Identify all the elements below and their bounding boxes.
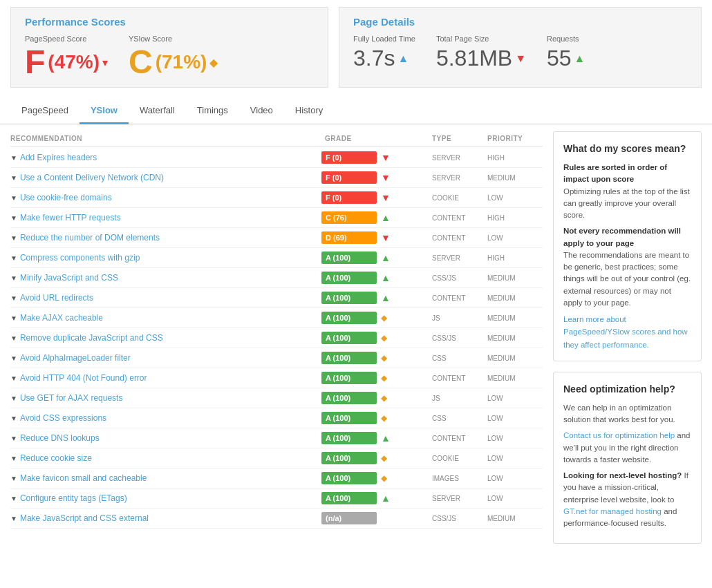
priority-cell: MEDIUM	[487, 374, 543, 382]
rec-link[interactable]: Make AJAX cacheable	[20, 313, 103, 323]
grade-cell: D (69) ▼	[321, 231, 432, 244]
rec-link[interactable]: Reduce cookie size	[20, 453, 92, 463]
expand-icon[interactable]: ▼	[10, 174, 17, 182]
rec-link[interactable]: Avoid HTTP 404 (Not Found) error	[20, 373, 147, 383]
page-details-title: Page Details	[353, 16, 687, 28]
rec-link[interactable]: Make favicon small and cacheable	[20, 473, 147, 483]
grade-cell: F (0) ▼	[321, 151, 432, 164]
rec-link[interactable]: Add Expires headers	[20, 153, 97, 162]
grade-cell: A (100) ▲	[321, 432, 432, 444]
priority-cell: MEDIUM	[487, 294, 543, 302]
recommendations-table: RECOMMENDATION GRADE TYPE PRIORITY ▼ Add…	[10, 131, 543, 554]
grade-bar: F (0)	[321, 191, 377, 204]
tab-history[interactable]: History	[284, 98, 334, 124]
rec-name-cell: ▼ Make favicon small and cacheable	[10, 473, 321, 483]
table-row: ▼ Add Expires headers F (0) ▼ SERVER HIG…	[10, 148, 543, 168]
yslow-value: C	[129, 46, 153, 79]
scores-learn-more-link[interactable]: Learn more about PageSpeed/YSlow scores …	[563, 315, 688, 349]
rec-link[interactable]: Avoid URL redirects	[20, 293, 93, 303]
grade-bar: F (0)	[321, 171, 377, 184]
expand-icon[interactable]: ▼	[10, 495, 17, 502]
rec-link[interactable]: Make JavaScript and CSS external	[20, 513, 149, 523]
grade-diamond-icon: ◆	[381, 313, 387, 323]
expand-icon[interactable]: ▼	[10, 374, 17, 382]
tabs-bar: PageSpeed YSlow Waterfall Timings Video …	[0, 98, 712, 124]
rec-link[interactable]: Use cookie-free domains	[20, 193, 112, 202]
gtnet-link[interactable]: GT.net for managed hosting	[563, 507, 662, 515]
expand-icon[interactable]: ▼	[10, 354, 17, 362]
scores-bold2: Not every recommendation will apply to y…	[563, 227, 681, 247]
grade-cell: A (100) ◆	[321, 392, 432, 404]
yslow-label: YSlow Score	[129, 35, 218, 43]
requests-value: 55	[547, 46, 572, 71]
table-row: ▼ Remove duplicate JavaScript and CSS A …	[10, 328, 543, 348]
th-type: TYPE	[432, 135, 487, 142]
expand-icon[interactable]: ▼	[10, 294, 17, 302]
tab-pagespeed[interactable]: PageSpeed	[10, 98, 79, 124]
tab-waterfall[interactable]: Waterfall	[129, 98, 186, 124]
expand-icon[interactable]: ▼	[10, 455, 17, 462]
grade-diamond-icon: ◆	[381, 353, 387, 363]
pagespeed-pct: (47%)	[48, 51, 100, 73]
rec-link[interactable]: Minify JavaScript and CSS	[20, 273, 118, 283]
grade-diamond-icon: ◆	[381, 413, 387, 423]
rec-link[interactable]: Use GET for AJAX requests	[20, 393, 123, 403]
table-row: ▼ Make AJAX cacheable A (100) ◆ JS MEDIU…	[10, 308, 543, 328]
expand-icon[interactable]: ▼	[10, 314, 17, 322]
type-cell: SERVER	[432, 154, 487, 162]
type-cell: CONTENT	[432, 435, 487, 442]
expand-icon[interactable]: ▼	[10, 475, 17, 482]
grade-cell: A (100) ◆	[321, 312, 432, 324]
expand-icon[interactable]: ▼	[10, 234, 17, 242]
grade-arrow-up-icon: ▲	[381, 292, 391, 303]
table-header-row: RECOMMENDATION GRADE TYPE PRIORITY	[10, 131, 543, 146]
expand-icon[interactable]: ▼	[10, 194, 17, 202]
grade-arrow-down-icon: ▼	[381, 152, 391, 163]
size-label: Total Page Size	[436, 35, 526, 43]
loaded-arrow-icon: ▲	[397, 53, 409, 65]
expand-icon[interactable]: ▼	[10, 274, 17, 282]
grade-diamond-icon: ◆	[381, 473, 387, 483]
rec-name-cell: ▼ Reduce DNS lookups	[10, 433, 321, 443]
th-grade: GRADE	[321, 135, 432, 142]
expand-icon[interactable]: ▼	[10, 214, 17, 222]
expand-icon[interactable]: ▼	[10, 154, 17, 162]
expand-icon[interactable]: ▼	[10, 254, 17, 262]
grade-arrow-up-icon: ▲	[381, 212, 391, 223]
rec-link[interactable]: Avoid AlphaImageLoader filter	[20, 353, 131, 363]
pagespeed-arrow-icon[interactable]: ▾	[102, 56, 108, 69]
priority-cell: LOW	[487, 395, 543, 402]
type-cell: SERVER	[432, 254, 487, 262]
rec-link[interactable]: Avoid CSS expressions	[20, 413, 106, 423]
rec-link[interactable]: Compress components with gzip	[20, 253, 140, 263]
rec-link[interactable]: Remove duplicate JavaScript and CSS	[20, 333, 163, 343]
perf-scores-title: Performance Scores	[25, 16, 314, 28]
rec-link[interactable]: Configure entity tags (ETags)	[20, 493, 127, 503]
tab-timings[interactable]: Timings	[186, 98, 239, 124]
grade-arrow-down-icon: ▼	[381, 232, 391, 243]
grade-arrow-up-icon: ▲	[381, 493, 391, 504]
priority-cell: LOW	[487, 475, 543, 482]
type-cell: CSS/JS	[432, 274, 487, 282]
expand-icon[interactable]: ▼	[10, 415, 17, 422]
expand-icon[interactable]: ▼	[10, 334, 17, 342]
table-row: ▼ Use a Content Delivery Network (CDN) F…	[10, 168, 543, 188]
rec-link[interactable]: Reduce the number of DOM elements	[20, 233, 160, 243]
rec-name-cell: ▼ Avoid CSS expressions	[10, 413, 321, 423]
rec-link[interactable]: Use a Content Delivery Network (CDN)	[20, 173, 164, 182]
rec-link[interactable]: Make fewer HTTP requests	[20, 213, 121, 222]
expand-icon[interactable]: ▼	[10, 435, 17, 442]
grade-cell: A (100) ▲	[321, 292, 432, 304]
priority-cell: MEDIUM	[487, 174, 543, 182]
expand-icon[interactable]: ▼	[10, 395, 17, 402]
expand-icon[interactable]: ▼	[10, 515, 17, 522]
yslow-arrow-icon[interactable]: ◆	[209, 56, 218, 69]
grade-bar: A (100)	[321, 332, 377, 344]
contact-us-link[interactable]: Contact us for optimization help	[563, 431, 675, 439]
type-cell: CONTENT	[432, 294, 487, 302]
grade-bar: A (100)	[321, 472, 377, 484]
rec-link[interactable]: Reduce DNS lookups	[20, 433, 100, 443]
requests-arrow-icon: ▲	[574, 53, 585, 65]
tab-yslow[interactable]: YSlow	[79, 98, 129, 124]
tab-video[interactable]: Video	[239, 98, 284, 124]
